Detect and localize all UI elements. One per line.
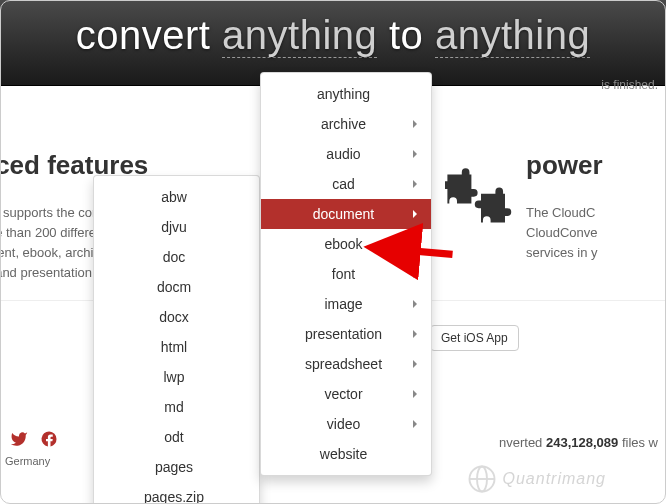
facebook-icon[interactable] [40, 430, 58, 452]
category-item-spreadsheet[interactable]: spreadsheet [261, 349, 431, 379]
format-item-djvu[interactable]: djvu [94, 212, 259, 242]
format-item-abw[interactable]: abw [94, 182, 259, 212]
category-item-presentation[interactable]: presentation [261, 319, 431, 349]
category-item-ebook[interactable]: ebook [261, 229, 431, 259]
category-item-image[interactable]: image [261, 289, 431, 319]
footer-stats: We have converted nverted 243,128,089 fi… [499, 435, 658, 450]
format-item-lwp[interactable]: lwp [94, 362, 259, 392]
get-ios-app-button[interactable]: Get iOS App [430, 325, 519, 351]
category-item-cad[interactable]: cad [261, 169, 431, 199]
format-submenu: abwdjvudocdocmdocxhtmllwpmdodtpagespages… [93, 175, 260, 504]
category-item-anything[interactable]: anything [261, 79, 431, 109]
category-item-video[interactable]: video [261, 409, 431, 439]
format-item-docx[interactable]: docx [94, 302, 259, 332]
format-item-html[interactable]: html [94, 332, 259, 362]
footer-social [10, 430, 58, 452]
format-item-odt[interactable]: odt [94, 422, 259, 452]
hero-middle: to [377, 13, 435, 57]
api-puzzle-icon [445, 165, 525, 240]
category-item-vector[interactable]: vector [261, 379, 431, 409]
format-item-doc[interactable]: doc [94, 242, 259, 272]
category-dropdown: anythingarchiveaudiocaddocumentebookfont… [260, 72, 432, 476]
right-text: The CloudC CloudConve services in y [526, 203, 666, 263]
format-item-pages-zip[interactable]: pages.zip [94, 482, 259, 504]
format-item-pages[interactable]: pages [94, 452, 259, 482]
footer-location: Germany [5, 455, 50, 467]
category-item-audio[interactable]: audio [261, 139, 431, 169]
files-count: 243,128,089 [546, 435, 618, 450]
right-column: power The CloudC CloudConve services in … [526, 150, 666, 276]
hero-title: convert anything to anything [76, 13, 590, 58]
category-item-website[interactable]: website [261, 439, 431, 469]
right-heading: power [526, 150, 666, 181]
format-item-docm[interactable]: docm [94, 272, 259, 302]
category-item-archive[interactable]: archive [261, 109, 431, 139]
to-type-dropdown-trigger[interactable]: anything [435, 13, 590, 58]
hero-prefix: convert [76, 13, 222, 57]
category-item-document[interactable]: document [261, 199, 431, 229]
from-type-dropdown-trigger[interactable]: anything [222, 13, 377, 58]
category-item-font[interactable]: font [261, 259, 431, 289]
twitter-icon[interactable] [10, 430, 28, 452]
format-item-md[interactable]: md [94, 392, 259, 422]
